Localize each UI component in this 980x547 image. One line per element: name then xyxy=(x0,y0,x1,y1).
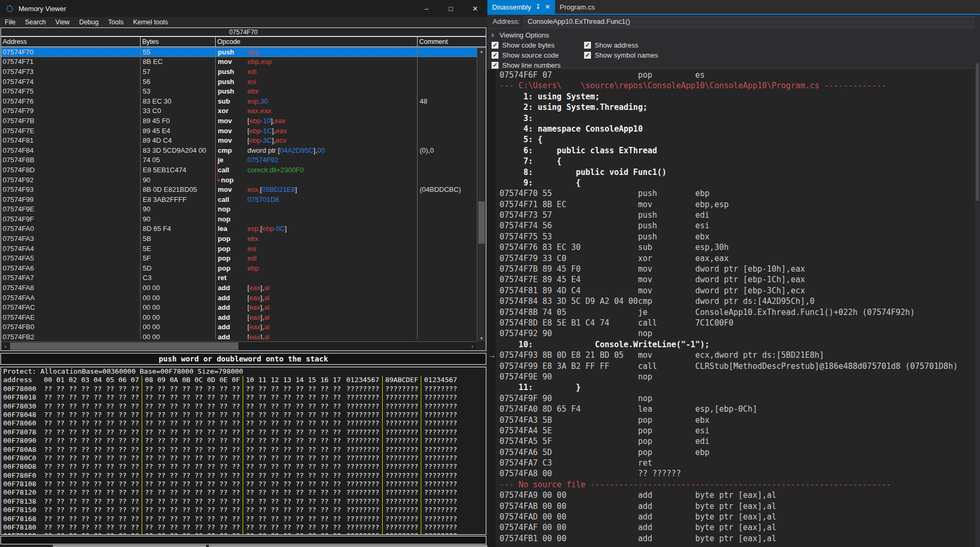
checkbox-icon[interactable]: ✓ xyxy=(584,52,591,59)
tab-disassembly[interactable]: Disassembly↧✕ xyxy=(487,0,555,14)
hex-row[interactable]: 00F78138?? ?? ?? ?? ?? ?? ?? ???? ?? ?? … xyxy=(1,497,486,506)
tab-program-cs[interactable]: Program.cs xyxy=(555,0,599,14)
scroll-left-icon[interactable]: ‹ xyxy=(1,342,10,350)
asm-line[interactable]: 07574F74 56 push esi xyxy=(496,220,975,231)
scroll-up-icon[interactable]: ▴ xyxy=(477,49,486,54)
minimize-button[interactable]: – xyxy=(414,0,439,17)
disasm-row[interactable]: 07574F8B74 05je07574F92 xyxy=(1,155,486,165)
chevron-up-icon[interactable]: ∧ xyxy=(491,32,495,39)
asm-line[interactable]: 07574FA8 00 ?? ?????? xyxy=(496,468,975,479)
menu-item-tools[interactable]: Tools xyxy=(103,18,128,26)
hex-row[interactable]: 00F780D8?? ?? ?? ?? ?? ?? ?? ???? ?? ?? … xyxy=(1,462,486,471)
disasm-row[interactable]: 07574FA65Dpopebp xyxy=(1,263,486,273)
hex-row[interactable]: 00F78060?? ?? ?? ?? ?? ?? ?? ???? ?? ?? … xyxy=(1,419,486,428)
asm-line[interactable]: 07574F81 89 4D C4 mov dword ptr [ebp-3Ch… xyxy=(496,285,975,296)
vertical-scrollbar[interactable]: ▴ ▾ xyxy=(477,48,486,341)
asm-line[interactable]: 07574FA4 5E pop esi xyxy=(496,425,975,436)
disasm-row[interactable]: 07574FA45Epopesi xyxy=(1,244,486,254)
source-line[interactable]: 10: Console.WriteLine("-1"); xyxy=(496,339,975,350)
disasm-row[interactable]: 07574F9E90nop xyxy=(1,205,486,215)
menu-item-kernel-tools[interactable]: Kernel tools xyxy=(128,18,173,26)
hex-row[interactable]: 00F78150?? ?? ?? ?? ?? ?? ?? ???? ?? ?? … xyxy=(1,506,486,514)
disasm-row[interactable]: 07574F7683 EC 30subesp,3048 xyxy=(1,96,486,106)
asm-line[interactable]: 07574FA6 5D pop ebp xyxy=(496,447,975,458)
asm-line[interactable]: 07574F8D E8 5E B1 C4 74 call 7C1C00F0 xyxy=(496,318,975,328)
disasm-row[interactable]: 07574FA800 00add[eax],al xyxy=(1,283,486,293)
hex-row[interactable]: 00F780A8?? ?? ?? ?? ?? ?? ?? ???? ?? ?? … xyxy=(1,446,486,454)
scroll-right-icon[interactable]: › xyxy=(468,342,477,350)
disasm-row[interactable]: 07574FA55Fpopedi xyxy=(1,253,486,263)
horizontal-scrollbar[interactable]: ‹ › xyxy=(1,341,477,350)
asm-line[interactable]: 07574F7B 89 45 F0 mov dword ptr [ebp-10h… xyxy=(496,264,975,274)
hex-row[interactable]: 00F78000?? ?? ?? ?? ?? ?? ?? ???? ?? ?? … xyxy=(1,385,486,393)
hex-row[interactable]: 00F78048?? ?? ?? ?? ?? ?? ?? ???? ?? ?? … xyxy=(1,411,486,419)
disasm-row[interactable]: 07574F9F90nop xyxy=(1,214,486,224)
checkbox-show-symbol-names[interactable]: ✓Show symbol names xyxy=(584,51,980,59)
disasm-row[interactable]: 07574FB200 00add[eax],al xyxy=(1,332,486,339)
menu-item-file[interactable]: File xyxy=(0,18,20,26)
column-header-bytes[interactable]: Bytes xyxy=(141,37,216,47)
breakpoint-gutter[interactable]: → xyxy=(487,70,496,547)
hex-row[interactable]: 00F78168?? ?? ?? ?? ?? ?? ?? ???? ?? ?? … xyxy=(1,515,486,523)
asm-line[interactable]: 07574FAD 00 00 add byte ptr [eax],al xyxy=(496,512,975,522)
close-tab-icon[interactable]: ✕ xyxy=(545,3,550,11)
close-button[interactable]: ✕ xyxy=(463,0,487,17)
asm-line[interactable]: 07574F92 90 nop xyxy=(496,328,975,339)
checkbox-show-line-numbers[interactable]: ✓Show line numbers xyxy=(492,61,584,69)
maximize-button[interactable]: □ xyxy=(439,0,463,17)
hex-row[interactable]: 00F78018?? ?? ?? ?? ?? ?? ?? ???? ?? ?? … xyxy=(1,393,486,402)
address-input[interactable]: ConsoleApp10.ExThread.Func1() xyxy=(524,16,978,27)
vertical-scroll-thumb[interactable] xyxy=(478,201,485,244)
disasm-row[interactable]: 07574F718B ECmovebp,esp xyxy=(1,57,486,67)
hex-row[interactable]: 00F78180?? ?? ?? ?? ?? ?? ?? ???? ?? ?? … xyxy=(1,523,486,532)
disasm-row[interactable]: 07574F8189 4D C4mov[ebp-3C],ecx xyxy=(1,135,486,145)
source-line[interactable]: 11: } xyxy=(496,382,975,393)
asm-line[interactable]: 07574FA5 5F pop edi xyxy=(496,436,975,447)
scroll-down-icon[interactable]: ▾ xyxy=(477,336,486,341)
asm-line[interactable]: 07574F9F 90 nop xyxy=(496,393,975,404)
disasm-row[interactable]: 07574F7055pushebp xyxy=(1,47,486,57)
column-header-comment[interactable]: Comment xyxy=(418,37,486,47)
asm-line[interactable]: 07574FA7 C3 ret xyxy=(496,458,975,468)
disasm-row[interactable]: 07574FA08D 65 F4leaesp,[ebp-0C] xyxy=(1,224,486,234)
asm-line[interactable]: 07574F76 83 EC 30 sub esp,30h xyxy=(496,242,975,253)
asm-line[interactable]: 07574F93 8B 0D E8 21 BD 05 mov ecx,dword… xyxy=(496,350,975,360)
checkbox-show-source-code[interactable]: ✓Show source code xyxy=(492,51,584,59)
disasm-row[interactable]: 07574F7E89 45 E4mov[ebp-1C],eax xyxy=(1,126,486,136)
disasm-row[interactable]: 07574F99E8 3AB2FFFFcall075701D8 xyxy=(1,194,486,205)
asm-line[interactable]: 07574F9E 90 nop xyxy=(496,372,975,382)
menu-item-search[interactable]: Search xyxy=(20,18,51,26)
asm-line[interactable]: 07574FA9 00 00 add byte ptr [eax],al xyxy=(496,490,975,500)
pin-icon[interactable]: ↧ xyxy=(535,3,541,11)
asm-line[interactable]: 07574FA0 8D 65 F4 lea esp,[ebp-0Ch] xyxy=(496,404,975,414)
checkbox-icon[interactable]: ✓ xyxy=(492,42,498,49)
hex-row[interactable]: 00F78090?? ?? ?? ?? ?? ?? ?? ???? ?? ?? … xyxy=(1,437,486,445)
hex-row[interactable]: address00 01 02 03 04 05 06 0708 09 0A 0… xyxy=(1,376,486,384)
hex-row[interactable]: 00F78030?? ?? ?? ?? ?? ?? ?? ???? ?? ?? … xyxy=(1,402,486,411)
disasm-row[interactable]: 07574F7456pushesi xyxy=(1,77,486,87)
disasm-row[interactable]: 07574FA35Bpopebx xyxy=(1,234,486,244)
source-line[interactable]: 5: { xyxy=(496,134,975,145)
asm-line[interactable]: 07574FAB 00 00 add byte ptr [eax],al xyxy=(496,501,975,512)
menu-item-view[interactable]: View xyxy=(51,18,75,26)
column-header-address[interactable]: Address xyxy=(1,37,141,47)
disasm-row[interactable]: 07574F8483 3D 5CD9A204 00cmpdword ptr [0… xyxy=(1,145,486,155)
disasm-row[interactable]: 07574F8DE8 5EB1C474callcoreclr.dll+2300F… xyxy=(1,165,486,175)
checkbox-icon[interactable]: ✓ xyxy=(492,52,498,59)
right-scrollbar[interactable] xyxy=(975,16,980,547)
disasm-row[interactable]: 07574FAC00 00add[eax],al xyxy=(1,302,486,312)
asm-line[interactable]: 07574F79 33 C0 xor eax,eax xyxy=(496,253,975,264)
asm-line[interactable]: 07574F84 83 3D 5C D9 A2 04 00cmp dword p… xyxy=(496,296,975,307)
right-scroll-thumb[interactable] xyxy=(976,63,979,201)
hex-row[interactable]: 00F780F0?? ?? ?? ?? ?? ?? ?? ???? ?? ?? … xyxy=(1,471,486,480)
asm-line[interactable]: 07574F7E 89 45 E4 mov dword ptr [ebp-1Ch… xyxy=(496,274,975,285)
checkbox-icon[interactable]: ✓ xyxy=(584,42,591,49)
disasm-row[interactable]: 07574F7B89 45 F0mov[ebp-10],eax xyxy=(1,116,486,126)
source-line[interactable]: 3: xyxy=(496,113,975,124)
asm-line[interactable]: 07574F71 8B EC mov ebp,esp xyxy=(496,199,975,210)
menu-item-debug[interactable]: Debug xyxy=(75,18,104,26)
asm-line[interactable]: 07574F73 57 push edi xyxy=(496,210,975,220)
disasm-row[interactable]: 07574F7553pushebx xyxy=(1,86,486,96)
asm-line[interactable]: 07574FB1 00 00 add byte ptr [eax],al xyxy=(496,533,975,544)
source-line[interactable]: 9: { xyxy=(496,178,975,188)
